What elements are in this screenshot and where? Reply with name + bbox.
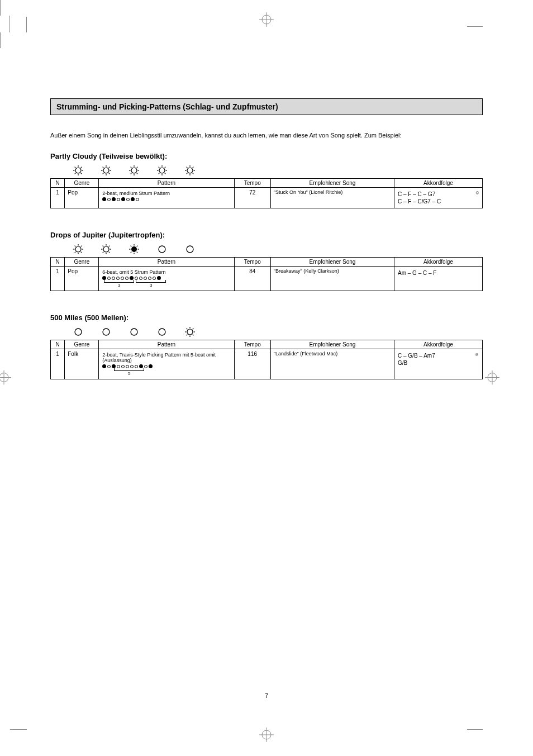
cell-tempo: 84 bbox=[234, 267, 270, 291]
registration-mark-icon bbox=[485, 370, 499, 386]
cell-n: 1 bbox=[51, 349, 65, 379]
filled-dot-icon bbox=[157, 276, 161, 280]
section-label: Drops of Jupiter (Jupitertropfen): bbox=[50, 231, 483, 239]
sun-icon bbox=[184, 326, 196, 337]
col-header-n: N bbox=[51, 340, 65, 349]
filled-dot-icon bbox=[102, 197, 106, 201]
sun-icon bbox=[101, 244, 112, 255]
cell-recommend: "Landslide" (Fleetwood Mac) bbox=[270, 349, 394, 379]
cell-genre: Pop bbox=[65, 267, 99, 291]
weather-icon-row bbox=[73, 244, 483, 255]
open-dot-icon bbox=[130, 365, 134, 368]
page-content: Strumming- und Picking-Patterns (Schlag-… bbox=[0, 48, 533, 727]
open-dot-icon bbox=[107, 198, 111, 201]
cell-pattern: 2-beat, medium Strum Pattern bbox=[99, 188, 234, 208]
col-header-tempo: Tempo bbox=[234, 258, 270, 267]
col-header-recommend: Empfohlener Song bbox=[270, 258, 394, 267]
col-header-recommend: Empfohlener Song bbox=[270, 340, 394, 349]
cell-chord: C – F – C – G7C – F – C/G7 – C© bbox=[394, 188, 483, 208]
open-dot-icon bbox=[144, 277, 147, 280]
open-dot-icon bbox=[139, 277, 142, 280]
weather-icon-row bbox=[73, 326, 483, 337]
pattern-section: 500 Miles (500 Meilen):NGenrePatternTemp… bbox=[50, 313, 483, 379]
sunfill-icon bbox=[129, 244, 140, 255]
filled-dot-icon bbox=[102, 364, 106, 368]
crop-mark bbox=[467, 17, 483, 27]
cell-pattern: 2-beat, Travis-Style Picking Pattern mit… bbox=[99, 349, 234, 379]
cell-n: 1 bbox=[51, 188, 65, 208]
open-dot-icon bbox=[144, 365, 147, 368]
open-dot-icon bbox=[153, 277, 156, 280]
circle-icon bbox=[156, 244, 168, 255]
sun-icon bbox=[129, 165, 140, 176]
open-dot-icon bbox=[117, 198, 120, 201]
intro-text: Außer einem Song in deinen Lieblingsstil… bbox=[50, 132, 483, 139]
filled-dot-icon bbox=[121, 197, 125, 201]
open-dot-icon bbox=[126, 198, 130, 201]
section-label: Partly Cloudy (Teilweise bewölkt): bbox=[50, 152, 483, 160]
col-header-n: N bbox=[51, 179, 65, 188]
pattern-section: Partly Cloudy (Teilweise bewölkt):NGenre… bbox=[50, 152, 483, 208]
col-header-pattern: Pattern bbox=[99, 179, 234, 188]
section-label: 500 Miles (500 Meilen): bbox=[50, 313, 483, 322]
circle-icon bbox=[129, 326, 140, 337]
page-number: 7 bbox=[50, 692, 483, 699]
col-header-genre: Genre bbox=[65, 258, 99, 267]
cell-pattern: 6-beat, omit 5 Strum Pattern33 bbox=[99, 267, 234, 291]
filled-dot-icon bbox=[112, 364, 116, 368]
circle-icon bbox=[101, 326, 112, 337]
open-dot-icon bbox=[121, 277, 124, 280]
crop-mark bbox=[0, 0, 10, 16]
open-dot-icon bbox=[125, 277, 129, 280]
cell-recommend: "Stuck On You" (Lionel Ritchie) bbox=[270, 188, 394, 208]
open-dot-icon bbox=[126, 365, 129, 368]
crop-mark bbox=[467, 729, 483, 739]
col-header-n: N bbox=[51, 258, 65, 267]
registration-mark-icon bbox=[0, 370, 11, 386]
pattern-table: NGenrePatternTempoEmpfohlener SongAkkord… bbox=[50, 178, 483, 208]
col-header-tempo: Tempo bbox=[234, 179, 270, 188]
filled-dot-icon bbox=[130, 276, 134, 280]
registration-mark-icon bbox=[259, 12, 274, 28]
circle-icon bbox=[156, 326, 168, 337]
cell-tempo: 72 bbox=[234, 188, 270, 208]
circle-icon bbox=[184, 244, 196, 255]
sun-icon bbox=[73, 165, 84, 176]
open-dot-icon bbox=[112, 277, 115, 280]
pattern-table: NGenrePatternTempoEmpfohlener SongAkkord… bbox=[50, 340, 483, 379]
open-dot-icon bbox=[135, 365, 138, 368]
sun-icon bbox=[101, 165, 112, 176]
page-title: Strumming- und Picking-Patterns (Schlag-… bbox=[50, 98, 483, 115]
cell-recommend: "Breakaway" (Kelly Clarkson) bbox=[270, 267, 394, 291]
cell-chord: C – G/B – Am7G/B℗ bbox=[394, 349, 483, 379]
tuplet-brace: 3 bbox=[136, 280, 166, 288]
sun-icon bbox=[73, 244, 84, 255]
tuplet-brace: 3 bbox=[104, 280, 134, 288]
tuplet-brace: 5 bbox=[114, 368, 144, 376]
registration-mark-icon bbox=[259, 728, 274, 744]
col-header-chord: Akkordfolge bbox=[394, 179, 483, 188]
open-dot-icon bbox=[121, 365, 125, 368]
open-dot-icon bbox=[136, 198, 139, 201]
crop-mark bbox=[17, 17, 27, 32]
crop-mark bbox=[0, 32, 10, 48]
table-row: 1Pop2-beat, medium Strum Pattern72"Stuck… bbox=[51, 188, 483, 208]
col-header-pattern: Pattern bbox=[99, 258, 234, 267]
col-header-pattern: Pattern bbox=[99, 340, 234, 349]
col-header-chord: Akkordfolge bbox=[394, 258, 483, 267]
sun-icon bbox=[156, 165, 168, 176]
open-dot-icon bbox=[135, 277, 138, 280]
crop-mark bbox=[10, 729, 27, 739]
filled-dot-icon bbox=[102, 276, 106, 280]
col-header-genre: Genre bbox=[65, 179, 99, 188]
pattern-section: Drops of Jupiter (Jupitertropfen):NGenre… bbox=[50, 231, 483, 291]
filled-dot-icon bbox=[149, 364, 153, 368]
cell-genre: Folk bbox=[65, 349, 99, 379]
cell-n: 1 bbox=[51, 267, 65, 291]
weather-icon-row bbox=[73, 165, 483, 176]
table-row: 1Folk2-beat, Travis-Style Picking Patter… bbox=[51, 349, 483, 379]
col-header-genre: Genre bbox=[65, 340, 99, 349]
open-dot-icon bbox=[116, 277, 120, 280]
open-dot-icon bbox=[148, 277, 151, 280]
pattern-table: NGenrePatternTempoEmpfohlener SongAkkord… bbox=[50, 257, 483, 291]
